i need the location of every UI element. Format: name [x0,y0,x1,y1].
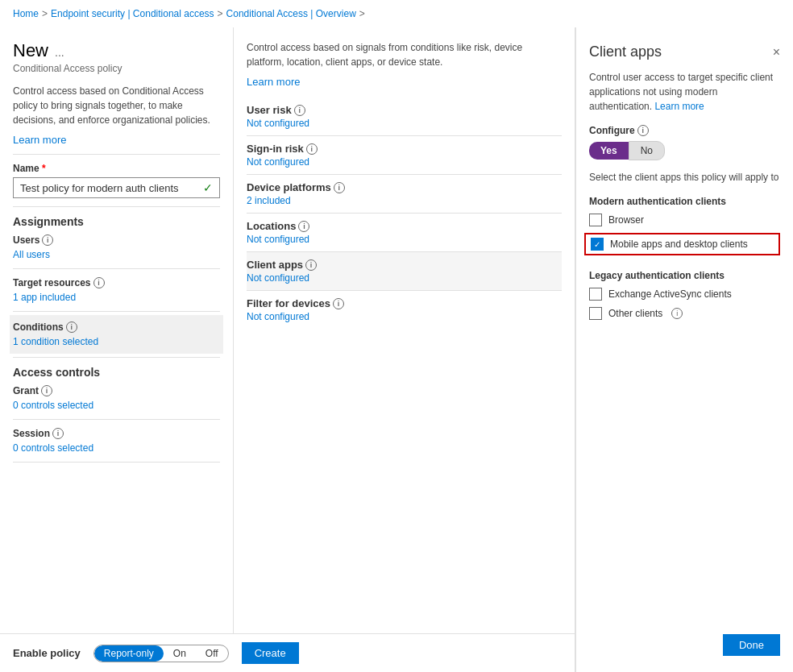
off-btn[interactable]: Off [196,645,228,662]
condition-label-4: Client apps [247,259,303,271]
users-value[interactable]: All users [13,249,220,260]
page-title-ellipsis: ... [55,46,64,59]
enable-policy-toggle[interactable]: Report-only On Off [93,645,229,662]
condition-row-3[interactable]: Locations i Not configured [247,214,562,252]
condition-info-icon-3[interactable]: i [298,221,309,232]
browser-checkbox-row[interactable]: Browser [589,214,780,226]
condition-value-5[interactable]: Not configured [247,311,562,322]
condition-row-4[interactable]: Client apps i Not configured [247,252,562,291]
condition-info-icon-1[interactable]: i [306,143,318,155]
report-only-btn[interactable]: Report-only [94,645,164,662]
left-description: Control access based on Conditional Acce… [13,84,220,127]
modern-auth-category-label: Modern authentication clients [589,196,780,207]
mobile-apps-checkbox-label: Mobile apps and desktop clients [610,239,748,250]
condition-info-icon-4[interactable]: i [305,259,317,271]
other-clients-checkbox-row[interactable]: Other clients i [589,307,780,320]
conditions-info-icon[interactable]: i [66,321,77,333]
panel-learn-more-link[interactable]: Learn more [654,101,704,112]
users-info-icon[interactable]: i [42,234,53,246]
condition-row-5[interactable]: Filter for devices i Not configured [247,291,562,329]
browser-checkbox-label: Browser [608,214,644,226]
other-clients-label: Other clients [608,308,662,319]
page-title: New [13,40,48,61]
condition-label-1: Sign-in risk [247,143,304,155]
no-button[interactable]: No [629,141,665,160]
condition-value-3[interactable]: Not configured [247,234,562,245]
target-resources-assignment: Target resources i 1 app included [13,277,220,303]
name-input[interactable]: Test policy for modern auth clients ✓ [13,177,220,198]
conditions-value[interactable]: 1 condition selected [13,336,220,347]
breadcrumb-sep-1: > [42,8,48,19]
panel-header: Client apps × [589,44,780,60]
exchange-activesync-checkbox[interactable] [589,288,602,301]
conditions-list: User risk i Not configured Sign-in risk … [247,97,562,329]
exchange-activesync-label: Exchange ActiveSync clients [608,288,732,300]
mobile-apps-checkbox-row[interactable]: Mobile apps and desktop clients [584,233,780,255]
conditions-assignment[interactable]: Conditions i 1 condition selected [10,315,223,354]
grant-info-icon[interactable]: i [41,385,52,396]
yes-no-toggle[interactable]: Yes No [589,141,780,160]
panel-description: Control user access to target specific c… [589,70,780,114]
breadcrumb-sep-2: > [218,8,223,19]
condition-row-1[interactable]: Sign-in risk i Not configured [247,136,562,175]
browser-checkbox[interactable] [589,214,602,226]
enable-policy-label: Enable policy [13,647,81,659]
breadcrumb: Home > Endpoint security | Conditional a… [0,0,793,27]
breadcrumb-endpoint[interactable]: Endpoint security | Conditional access [51,8,214,19]
required-marker: * [39,163,46,174]
done-btn-row: Done [589,618,780,656]
breadcrumb-home[interactable]: Home [13,8,39,19]
name-field-label: Name * [13,163,220,174]
condition-value-4[interactable]: Not configured [247,272,562,284]
close-panel-button[interactable]: × [773,45,780,60]
condition-value-0[interactable]: Not configured [247,118,562,129]
configure-label: Configure i [589,125,780,136]
target-value[interactable]: 1 app included [13,292,220,303]
condition-label-0: User risk [247,104,292,116]
condition-label-5: Filter for devices [247,297,330,309]
condition-info-icon-5[interactable]: i [333,298,344,309]
breadcrumb-ca-overview[interactable]: Conditional Access | Overview [226,8,356,19]
create-button[interactable]: Create [242,642,299,664]
target-info-icon[interactable]: i [93,277,105,288]
condition-label-3: Locations [247,220,296,232]
panel-title: Client apps [589,44,662,60]
session-value[interactable]: 0 controls selected [13,442,220,454]
grant-value[interactable]: 0 controls selected [13,400,220,411]
done-button[interactable]: Done [723,634,780,656]
left-learn-more-link[interactable]: Learn more [13,134,66,146]
legacy-auth-category-label: Legacy authentication clients [589,270,780,281]
session-assignment: Session i 0 controls selected [13,428,220,454]
grant-assignment: Grant i 0 controls selected [13,385,220,411]
enable-policy-bar: Enable policy Report-only On Off Create [0,633,575,672]
condition-info-icon-2[interactable]: i [334,182,345,193]
users-assignment: Users i All users [13,234,220,260]
access-controls-header: Access controls [13,366,220,379]
assignments-section-header: Assignments [13,215,220,228]
exchange-activesync-checkbox-row[interactable]: Exchange ActiveSync clients [589,288,780,301]
other-clients-checkbox[interactable] [589,307,602,320]
page-subtitle: Conditional Access policy [13,63,220,74]
condition-value-1[interactable]: Not configured [247,156,562,168]
configure-info-icon[interactable]: i [637,125,649,136]
condition-label-2: Device platforms [247,181,331,193]
client-apps-panel: Client apps × Control user access to tar… [575,27,793,672]
yes-button[interactable]: Yes [589,142,629,160]
breadcrumb-sep-3: > [359,8,365,19]
other-clients-info-icon[interactable]: i [671,308,683,319]
right-description: Control access based on signals from con… [247,40,562,69]
right-learn-more-link[interactable]: Learn more [247,76,300,88]
condition-row-2[interactable]: Device platforms i 2 included [247,175,562,214]
mobile-apps-checkbox[interactable] [591,238,604,251]
condition-row-0[interactable]: User risk i Not configured [247,97,562,136]
session-info-icon[interactable]: i [52,428,64,439]
condition-info-icon-0[interactable]: i [294,105,305,116]
apply-text: Select the client apps this policy will … [589,172,780,183]
condition-value-2[interactable]: 2 included [247,195,562,206]
checkmark-icon: ✓ [203,181,213,194]
on-btn[interactable]: On [164,645,196,662]
